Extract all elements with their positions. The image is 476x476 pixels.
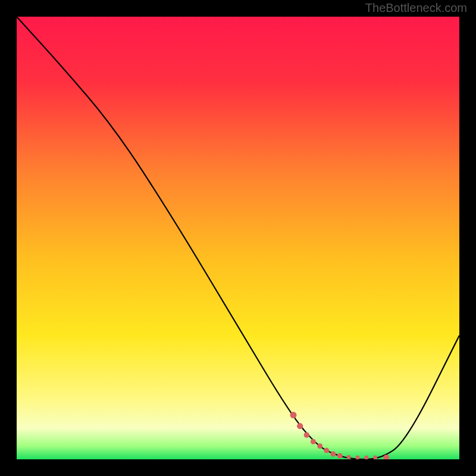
dot xyxy=(347,455,351,459)
plot-area xyxy=(17,17,459,459)
dot xyxy=(304,432,309,437)
dot xyxy=(337,453,343,459)
dot xyxy=(355,456,359,459)
chart-container: TheBottleneck.com xyxy=(0,0,476,476)
bottleneck-curve xyxy=(17,17,459,459)
dot xyxy=(290,412,297,418)
curve-layer xyxy=(17,17,459,459)
dotted-overlay xyxy=(290,412,390,459)
dot xyxy=(373,456,377,459)
dot xyxy=(324,448,329,453)
dot xyxy=(297,423,303,429)
dot xyxy=(364,456,368,459)
watermark-text: TheBottleneck.com xyxy=(365,1,467,15)
dot xyxy=(317,443,322,449)
dot xyxy=(311,439,316,444)
dot xyxy=(330,452,336,457)
